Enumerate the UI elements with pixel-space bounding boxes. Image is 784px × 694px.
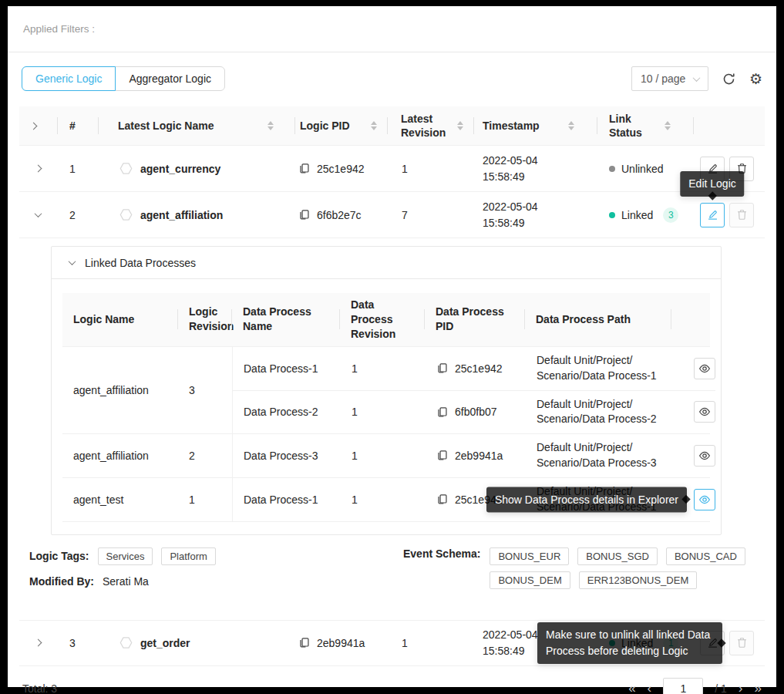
event-schema-chip: BONUS_SGD: [577, 547, 658, 565]
expand-toggle[interactable]: [19, 212, 58, 217]
col-latest-logic-name[interactable]: Latest Logic Name: [99, 106, 295, 145]
tooltip-arrow: [708, 191, 716, 200]
dp-pid: 2eb9941a: [455, 450, 503, 462]
row-actions: Make sure to unlink all linked Data Proc…: [694, 631, 765, 655]
dp-pid-cell: 2eb9941a: [426, 450, 526, 462]
logic-tabs: Generic Logic Aggregator Logic: [22, 66, 225, 91]
dp-name: Data Process-1: [233, 362, 341, 375]
timestamp-time: 15:58:49: [483, 169, 597, 184]
view-in-explorer-button[interactable]: [694, 358, 715, 379]
logic-pid-cell: 2eb9941a: [295, 637, 388, 649]
group-logic-revision: 2: [178, 434, 232, 477]
logic-pid: 6f6b2e7c: [317, 209, 362, 221]
event-schema-block: Event Schema: BONUS_EUR BONUS_SGD BONUS_…: [403, 547, 745, 589]
timestamp-time: 15:58:49: [483, 215, 597, 231]
hexagon-icon: [119, 208, 133, 221]
dp-actions: [672, 401, 715, 423]
view-in-explorer-button[interactable]: Show Data Process details in Explorer: [694, 489, 715, 510]
refresh-icon[interactable]: [722, 72, 735, 86]
copy-icon[interactable]: [436, 494, 448, 505]
timestamp-date: 2022-05-04: [483, 627, 597, 642]
table-row: 2 agent_affiliation 6f6b2e7c 7 2022-05-0…: [19, 192, 765, 238]
row-meta: Logic Tags: Services Platform Modified B…: [29, 547, 765, 608]
delete-logic-button[interactable]: [729, 157, 754, 181]
edit-logic-button[interactable]: [700, 631, 725, 655]
logic-pid: 25c1e942: [317, 163, 365, 175]
panel-collapse-header[interactable]: Linked Data Processes: [52, 247, 721, 279]
dp-revision: 1: [341, 406, 426, 418]
chevron-right-icon: [35, 165, 42, 173]
page-number-input[interactable]: 1: [663, 678, 703, 694]
col-logic-pid[interactable]: Logic PID: [295, 106, 388, 145]
pagination: « ‹ 1 / 1 › »: [628, 678, 762, 694]
view-in-explorer-button[interactable]: [694, 445, 715, 467]
gear-icon[interactable]: ⚙: [749, 72, 762, 86]
table-row: 1 agent_currency 25c1e942 1 2022-05-04 1…: [19, 146, 765, 192]
dp-pid: 25c1e942: [455, 362, 503, 375]
dp-path: Default Unit/Project/ Scenario/Data Proc…: [526, 353, 672, 383]
edit-logic-button[interactable]: [700, 157, 725, 181]
logic-name-cell: agent_currency: [99, 162, 295, 175]
latest-revision: 7: [388, 209, 474, 221]
logic-name-cell: agent_affiliation: [99, 208, 295, 221]
delete-logic-button: [729, 203, 754, 227]
applied-filters-bar: Applied Filters :: [8, 6, 776, 52]
expand-toggle[interactable]: [19, 166, 58, 171]
nested-group: agent_affiliation 3 Data Process-1 1 25c…: [62, 347, 710, 434]
dp-revision: 1: [341, 494, 426, 506]
view-in-explorer-button[interactable]: [694, 401, 715, 423]
tab-generic-logic[interactable]: Generic Logic: [22, 66, 116, 91]
timestamp-cell: 2022-05-04 15:58:49: [474, 627, 597, 659]
dp-pid: 6fb0fb07: [455, 406, 497, 418]
expand-toggle[interactable]: [19, 640, 58, 645]
page-size-select[interactable]: 10 / page: [631, 66, 708, 91]
ncol-dp-name: Data Process Name: [232, 296, 340, 342]
total-count: Total: 3: [22, 682, 57, 694]
col-timestamp[interactable]: Timestamp: [474, 106, 597, 145]
event-schema-chips: BONUS_EUR BONUS_SGD BONUS_CAD BONUS_DEM …: [490, 547, 745, 589]
col-latest-revision[interactable]: Latest Revision: [388, 106, 474, 145]
status-dot: [609, 166, 615, 172]
page: Applied Filters : Generic Logic Aggregat…: [8, 6, 776, 687]
event-schema-chip: ERR123BONUS_DEM: [579, 571, 698, 589]
tab-aggregator-logic[interactable]: Aggregator Logic: [115, 66, 225, 91]
dp-path: Default Unit/Project/ Scenario/Data Proc…: [526, 484, 672, 514]
logic-pid-cell: 6f6b2e7c: [295, 209, 388, 221]
link-count-badge: 3: [663, 207, 678, 223]
link-status-cell: Linked 3: [597, 207, 694, 223]
ncol-dp-path: Data Process Path: [525, 296, 671, 342]
first-page-icon[interactable]: «: [628, 682, 635, 694]
row-actions: [694, 157, 765, 181]
group-logic-revision: 1: [178, 478, 232, 521]
status-dot: [609, 640, 615, 646]
edit-logic-button[interactable]: Edit Logic: [700, 203, 725, 227]
logic-tag: Platform: [161, 547, 215, 565]
logic-pid: 2eb9941a: [317, 637, 365, 649]
copy-icon[interactable]: [298, 637, 310, 649]
next-page-icon[interactable]: ›: [739, 682, 743, 694]
col-link-status[interactable]: Link Status: [597, 106, 694, 145]
dp-pid: 25c1e942: [455, 494, 503, 506]
subrows: Data Process-3 1 2eb9941a Default Unit/P…: [232, 434, 715, 477]
status-text: Unlinked: [621, 163, 663, 175]
chevron-down-icon: [693, 74, 701, 82]
latest-revision: 1: [388, 637, 474, 649]
last-page-icon[interactable]: »: [755, 682, 762, 694]
row-num: 2: [58, 209, 99, 221]
dp-name: Data Process-3: [233, 450, 341, 462]
applied-filters-label: Applied Filters :: [23, 23, 95, 35]
status-text: Linked: [621, 637, 653, 649]
copy-icon[interactable]: [298, 209, 310, 221]
dp-actions: [672, 445, 715, 467]
copy-icon[interactable]: [436, 362, 448, 374]
copy-icon[interactable]: [436, 406, 448, 418]
timestamp-date: 2022-05-04: [483, 199, 597, 214]
copy-icon[interactable]: [298, 163, 310, 174]
logic-tags-label: Logic Tags:: [29, 550, 89, 562]
prev-page-icon[interactable]: ‹: [648, 682, 652, 694]
chevron-down-icon: [69, 258, 76, 265]
copy-icon[interactable]: [436, 450, 448, 461]
expand-all-header[interactable]: [19, 106, 58, 145]
toolbar: Generic Logic Aggregator Logic 10 / page…: [19, 66, 765, 91]
table-header: # Latest Logic Name Logic PID Latest Rev…: [19, 106, 765, 146]
